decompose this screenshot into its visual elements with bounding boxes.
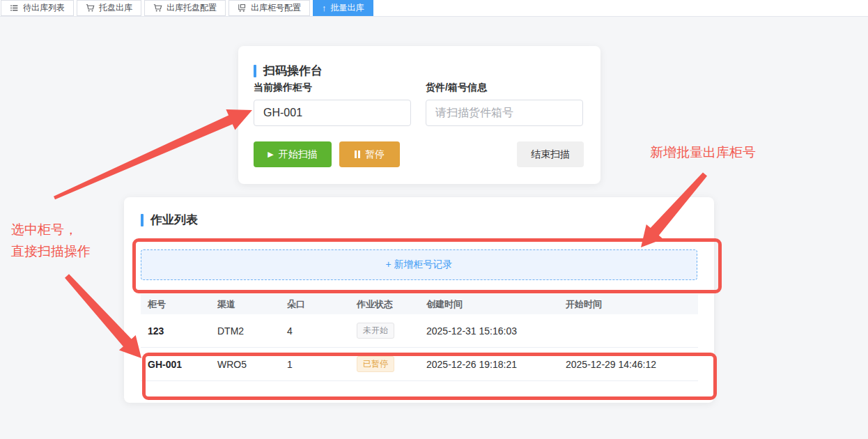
table-row[interactable]: 123 DTM2 4 未开始 2025-12-31 15:16:03 (141, 314, 698, 348)
col-header-status: 作业状态 (350, 298, 419, 311)
status-badge: 未开始 (357, 323, 394, 338)
tab-batch-outbound[interactable]: ↑ 批量出库 (313, 0, 373, 16)
end-scan-button[interactable]: 结束扫描 (517, 141, 584, 167)
up-arrow-icon: ↑ (322, 3, 327, 13)
col-header-cabinet: 柜号 (141, 298, 210, 311)
cart-icon (86, 3, 95, 13)
scan-console-title: 扫码操作台 (254, 63, 323, 79)
arrow-to-cabinet-input (54, 109, 252, 199)
tab-outbound-pallet-config[interactable]: 出库托盘配置 (144, 0, 226, 16)
job-list-title: 作业列表 (141, 212, 198, 228)
list-icon (10, 3, 19, 13)
tab-label: 待出库列表 (23, 2, 65, 14)
col-header-started: 开始时间 (559, 298, 691, 311)
table-row[interactable]: GH-001 WRO5 1 已暂停 2025-12-26 19:18:21 20… (141, 348, 698, 381)
tab-label: 出库柜号配置 (251, 2, 301, 14)
cell-cabinet: 123 (141, 325, 210, 337)
cell-status: 已暂停 (350, 356, 419, 371)
cell-channel: DTM2 (210, 325, 280, 337)
scan-console-card: 扫码操作台 当前操作柜号 货件/箱号信息 ▶ 开始扫描 暂停 结束扫描 (238, 46, 600, 184)
status-badge: 已暂停 (357, 356, 394, 371)
current-cabinet-input[interactable] (254, 100, 411, 126)
top-tab-bar: 待出库列表 托盘出库 出库托盘配置 出库柜号配置 ↑ 批量出库 (0, 0, 868, 17)
cell-port: 4 (280, 325, 350, 337)
tab-pallet-outbound[interactable]: 托盘出库 (77, 0, 141, 16)
dolly-icon (238, 3, 247, 13)
pause-button[interactable]: 暂停 (339, 141, 400, 167)
col-header-channel: 渠道 (210, 298, 280, 311)
tab-pending-outbound-list[interactable]: 待出库列表 (1, 0, 74, 16)
cell-channel: WRO5 (210, 359, 280, 370)
title-accent-bar (254, 65, 256, 77)
shipment-info-label: 货件/箱号信息 (426, 82, 487, 94)
shipment-scan-input[interactable] (426, 100, 583, 126)
tab-outbound-cabinet-config[interactable]: 出库柜号配置 (228, 0, 310, 16)
annotation-select-note: 选中柜号， 直接扫描操作 (11, 219, 91, 262)
job-list-card: 作业列表 + 新增柜号记录 柜号 渠道 朵口 作业状态 创建时间 开始时间 12… (124, 197, 714, 403)
title-accent-bar (141, 214, 144, 226)
play-icon: ▶ (268, 150, 273, 159)
cell-cabinet: GH-001 (141, 359, 210, 370)
cell-created: 2025-12-31 15:16:03 (419, 325, 559, 337)
start-scan-button[interactable]: ▶ 开始扫描 (254, 141, 332, 167)
col-header-port: 朵口 (280, 298, 350, 311)
pause-icon (355, 151, 360, 158)
current-cabinet-label: 当前操作柜号 (254, 82, 312, 94)
cell-created: 2025-12-26 19:18:21 (419, 359, 559, 370)
tab-label: 托盘出库 (99, 2, 132, 14)
cell-status: 未开始 (350, 323, 419, 338)
cell-port: 1 (280, 359, 350, 370)
table-header-row: 柜号 渠道 朵口 作业状态 创建时间 开始时间 (141, 294, 698, 314)
cart-icon (153, 3, 162, 13)
tab-label: 出库托盘配置 (166, 2, 217, 14)
annotation-add-note: 新增批量出库柜号 (650, 144, 756, 162)
cell-started: 2025-12-29 14:46:12 (559, 359, 691, 370)
tab-label: 批量出库 (331, 2, 364, 14)
col-header-created: 创建时间 (419, 298, 559, 311)
job-table: 柜号 渠道 朵口 作业状态 创建时间 开始时间 123 DTM2 4 未开始 2… (141, 294, 698, 381)
add-cabinet-record-button[interactable]: + 新增柜号记录 (141, 249, 697, 280)
